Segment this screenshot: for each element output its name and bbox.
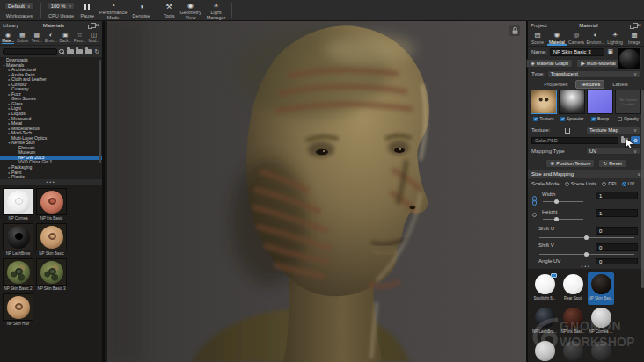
slider-handle[interactable] — [554, 217, 559, 221]
tab-lighting[interactable]: ☀Lighting — [605, 30, 625, 46]
undock-panel-icon[interactable] — [630, 25, 634, 29]
library-tab-colors[interactable]: ▦Colors — [15, 30, 29, 45]
tab-camera[interactable]: ◎Camera — [567, 30, 586, 46]
specular-checkbox[interactable] — [560, 117, 565, 121]
toolbar-separator — [40, 3, 41, 18]
subtab-textures[interactable]: Textures — [575, 80, 604, 89]
angle-uv-value-field[interactable]: 0 — [596, 258, 638, 264]
slider-handle[interactable] — [554, 199, 559, 204]
texture-slot-opacity[interactable]: No Texture Loaded Opacity — [615, 90, 641, 125]
import-folder-icon[interactable] — [76, 49, 83, 54]
tab-image[interactable]: ▦Image — [625, 30, 644, 46]
material-thumbnail[interactable]: NP Skin Hair — [3, 293, 33, 327]
tree-item[interactable]: Plastic — [0, 175, 102, 179]
library-search-input[interactable] — [3, 48, 57, 55]
linked-badge-icon — [551, 273, 557, 278]
name-label: Name: — [531, 49, 547, 54]
texture-slot-specular[interactable]: Specular — [559, 90, 585, 125]
shift-v-slider[interactable] — [539, 254, 634, 255]
opacity-checkbox[interactable] — [618, 117, 622, 121]
library-tab-favorites[interactable]: ☆Favo... — [72, 30, 86, 45]
cpu-usage-dropdown[interactable]: 100 % CPU Usage — [46, 1, 77, 19]
height-slider[interactable] — [543, 219, 583, 220]
material-sphere — [3, 258, 33, 286]
project-panel-title: Project — [531, 23, 547, 28]
sync-icon[interactable]: ↻ — [94, 48, 99, 54]
shift-u-value-field[interactable]: 0 — [596, 227, 638, 235]
denoise-button[interactable]: ◑ Denoise — [130, 1, 151, 19]
position-texture-button[interactable]: ⊕Position Texture — [545, 159, 595, 168]
texture-slot-bump[interactable]: Bump — [587, 90, 613, 125]
pause-button[interactable]: Pause — [78, 1, 96, 19]
close-panel-icon[interactable]: × — [95, 22, 99, 29]
light-manager-button[interactable]: ☀ Light Manager — [205, 1, 228, 19]
radio-uv[interactable]: UV — [622, 181, 635, 186]
library-tab-textures[interactable]: ▩Text... — [30, 30, 44, 45]
shift-v-value-field[interactable]: 0 — [596, 243, 638, 251]
scene-material-item[interactable]: Area Light 1... — [560, 339, 586, 362]
scene-material-item[interactable]: NP Cornea ... — [588, 306, 614, 338]
library-tab-environments[interactable]: ◐Envir... — [44, 30, 58, 45]
undock-panel-icon[interactable] — [88, 25, 92, 29]
slider-handle[interactable] — [584, 252, 589, 257]
material-thumbnail[interactable]: NP LashBrow — [3, 223, 33, 257]
material-graph-button[interactable]: ◈Material Graph — [526, 59, 573, 68]
material-thumbnail[interactable]: NP Skin Basic 3 — [36, 258, 67, 292]
texture-map-dropdown[interactable]: Texture Map — [586, 127, 640, 134]
delete-texture-icon[interactable] — [565, 127, 570, 134]
width-slider[interactable] — [543, 201, 583, 202]
unlink-ring-icon[interactable] — [532, 213, 537, 217]
tab-material[interactable]: ◉Material — [547, 30, 567, 46]
camera-icon: ◎ — [574, 32, 580, 39]
library-tab-materials[interactable]: ◉Mate... — [1, 30, 15, 45]
material-thumbnail[interactable]: NP Skin Basic 2 — [3, 258, 33, 292]
search-icon[interactable] — [59, 49, 64, 54]
camera-lock-icon[interactable] — [509, 25, 520, 36]
size-and-mapping-header[interactable]: Size and Mapping — [528, 170, 644, 178]
material-type-dropdown[interactable]: Translucent — [547, 70, 640, 78]
library-tab-models[interactable]: ◫Mod... — [87, 30, 101, 45]
reset-button[interactable]: ↻Reset — [598, 159, 626, 168]
scene-material-item[interactable]: NP LashBro... — [531, 306, 558, 338]
scene-material-item[interactable]: NP Iris Basi... — [560, 306, 586, 338]
tree-scrollbar[interactable] — [99, 60, 101, 163]
shift-u-slider[interactable] — [539, 237, 634, 238]
close-panel-icon[interactable]: × — [637, 22, 641, 29]
import-folder-icon[interactable] — [67, 49, 74, 54]
scene-material-item-selected[interactable]: NP Skin Bas... — [588, 272, 614, 305]
material-sphere — [591, 274, 611, 294]
bump-checkbox[interactable] — [591, 117, 596, 121]
shift-v-label: Shift V — [538, 243, 554, 248]
realtime-3d-viewport[interactable] — [107, 21, 526, 362]
texture-slot-diffuse[interactable]: Texture — [531, 90, 557, 125]
workspaces-dropdown[interactable]: Default Workspaces — [3, 1, 36, 19]
material-name-input[interactable]: NP Skin Basic 3 — [550, 48, 605, 56]
geometry-view-button[interactable]: ◉ Geometry View — [179, 1, 203, 19]
slider-handle[interactable] — [584, 235, 589, 240]
texture-file-field[interactable]: Color.PSD — [531, 137, 618, 144]
width-value-field[interactable]: 1 — [596, 192, 638, 199]
subtab-properties[interactable]: Properties — [540, 81, 571, 88]
material-thumbnail[interactable]: NP Skin Basic — [36, 223, 67, 257]
tab-scene[interactable]: ▤Scene — [528, 30, 547, 46]
texture-checkbox[interactable] — [533, 117, 538, 121]
material-thumbnail[interactable]: NP Iris Basic — [36, 188, 67, 221]
tools-button[interactable]: ⚒ Tools — [162, 1, 177, 19]
import-folder-icon[interactable] — [85, 49, 92, 54]
scene-material-item[interactable]: NP Cornea ... — [531, 339, 558, 362]
subtab-labels[interactable]: Labels — [609, 81, 632, 88]
scene-material-item[interactable]: Rear Spot — [560, 272, 586, 305]
scene-material-item[interactable]: Area Light 1... — [588, 339, 614, 362]
material-thumbnail[interactable]: NP Cornea — [3, 188, 33, 221]
material-sphere — [3, 293, 33, 321]
chevron-down-icon — [637, 171, 640, 177]
scene-material-item[interactable]: Spotlight 6... — [531, 272, 558, 305]
performance-mode-button[interactable]: ◔ Performance Mode — [98, 1, 129, 19]
multi-material-button[interactable]: ▶Multi-Material — [576, 59, 620, 68]
library-tab-backplates[interactable]: ▣Back... — [58, 30, 72, 45]
radio-dpi[interactable]: DPI — [602, 181, 616, 186]
radio-scene-units[interactable]: Scene Units — [565, 181, 597, 186]
height-value-field[interactable]: 1 — [596, 209, 638, 217]
material-link-icon[interactable]: ▣ — [607, 48, 613, 55]
tab-environment[interactable]: ◐Environ... — [586, 30, 605, 46]
